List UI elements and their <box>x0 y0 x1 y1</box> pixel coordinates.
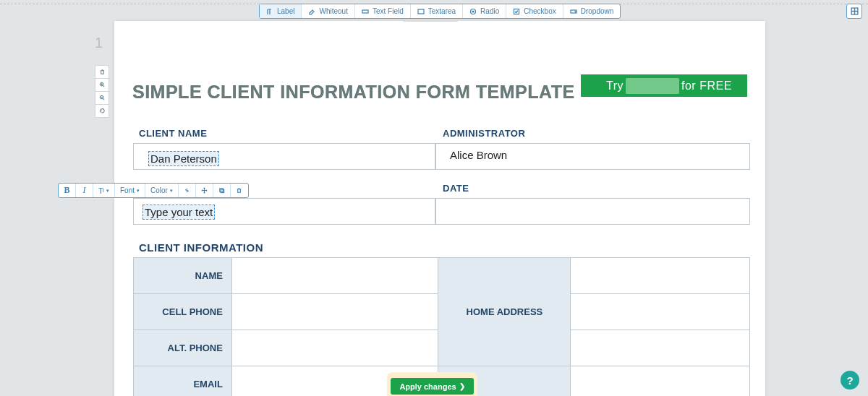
checkbox-icon <box>513 8 520 15</box>
zoom-in-button[interactable] <box>95 79 109 92</box>
text-format-toolbar: B I TI▾ Font▾ Color▾ <box>58 183 249 198</box>
table-row: NAME HOME ADDRESS <box>134 258 750 294</box>
home-cell-2[interactable] <box>571 294 750 330</box>
eraser-icon <box>308 8 315 15</box>
zoom-in-icon <box>99 82 106 88</box>
text-size-button[interactable]: TI▾ <box>93 184 115 197</box>
home-cell-3[interactable] <box>571 330 750 366</box>
move-button[interactable] <box>196 184 213 197</box>
svg-rect-9 <box>220 189 224 192</box>
element-toolbar: Label Whiteout Text Field Textarea Radio… <box>259 4 621 19</box>
zoom-out-button[interactable] <box>95 92 109 105</box>
grid-icon <box>851 7 859 15</box>
home-cell-4[interactable] <box>571 366 750 397</box>
help-icon: ? <box>846 374 853 387</box>
tool-textarea[interactable]: Textarea <box>411 4 463 18</box>
altphone-cell[interactable] <box>231 330 438 366</box>
cta-banner[interactable]: Try for FREE <box>581 74 747 97</box>
refresh-icon <box>99 108 106 114</box>
client-name-label: CLIENT NAME <box>139 128 207 139</box>
svg-rect-10 <box>221 189 224 193</box>
link-icon <box>184 187 190 194</box>
dropdown-icon <box>570 8 577 15</box>
client-name-editable[interactable]: Dan Peterson <box>148 151 219 166</box>
apply-changes-wrap: Apply changes ❯ <box>387 372 477 396</box>
tool-whiteout-text: Whiteout <box>319 7 347 15</box>
tool-whiteout[interactable]: Whiteout <box>302 4 354 18</box>
textarea-icon <box>417 8 425 15</box>
apply-label: Apply changes <box>399 382 456 391</box>
help-button[interactable]: ? <box>841 371 859 389</box>
tool-radio-text: Radio <box>480 7 499 15</box>
tool-label-text: Label <box>277 7 294 15</box>
row-header-cell: CELL PHONE <box>134 294 232 330</box>
row-header-home: HOME ADDRESS <box>438 258 571 366</box>
trash-icon <box>236 187 242 194</box>
page-title-overlay: SIMPLE CLIENT INFORMATION FORM TEMPLATE <box>132 82 575 103</box>
delete-element-button[interactable] <box>231 184 248 197</box>
tool-label[interactable]: Label <box>260 4 302 18</box>
date-label: DATE <box>443 183 469 194</box>
tool-checkbox[interactable]: Checkbox <box>506 4 563 18</box>
row-header-name: NAME <box>134 258 232 294</box>
color-button[interactable]: Color▾ <box>145 184 179 197</box>
copy-button[interactable] <box>213 184 231 197</box>
radio-icon <box>469 8 477 15</box>
textfield-icon <box>362 8 369 15</box>
tool-textfield[interactable]: Text Field <box>355 4 411 18</box>
tool-textarea-text: Textarea <box>428 7 456 15</box>
tool-checkbox-text: Checkbox <box>524 7 556 15</box>
svg-rect-1 <box>418 9 424 14</box>
tool-dropdown[interactable]: Dropdown <box>563 4 621 18</box>
administrator-value: Alice Brown <box>450 149 507 161</box>
row-header-email: EMAIL <box>134 366 232 397</box>
font-button[interactable]: Font▾ <box>115 184 145 197</box>
copy-icon <box>218 187 225 194</box>
row-header-alt: ALT. PHONE <box>134 330 232 366</box>
trash-icon <box>99 69 106 75</box>
italic-button[interactable]: I <box>76 184 93 197</box>
tool-dropdown-text: Dropdown <box>581 7 614 15</box>
cta-redacted <box>626 78 679 94</box>
home-cell-1[interactable] <box>571 258 750 294</box>
cta-prefix: Try <box>606 79 624 92</box>
tool-radio[interactable]: Radio <box>463 4 506 18</box>
label-icon <box>266 8 273 15</box>
date-field[interactable] <box>435 198 750 225</box>
delete-page-button[interactable] <box>95 66 109 79</box>
link-button[interactable] <box>179 184 196 197</box>
chevron-right-icon: ❯ <box>459 382 465 390</box>
active-text-editable[interactable]: Type your text <box>142 205 215 220</box>
page-number: 1 <box>95 35 103 51</box>
refresh-button[interactable] <box>95 105 109 118</box>
bold-button[interactable]: B <box>59 184 76 197</box>
apply-changes-button[interactable]: Apply changes ❯ <box>391 378 473 395</box>
svg-point-3 <box>472 11 474 12</box>
name-cell[interactable] <box>231 258 438 294</box>
client-info-heading: CLIENT INFORMATION <box>139 241 263 254</box>
move-icon <box>201 187 208 194</box>
cellphone-cell[interactable] <box>231 294 438 330</box>
svg-rect-0 <box>362 10 368 13</box>
cta-suffix: for FREE <box>681 79 732 92</box>
administrator-label: ADMINISTRATOR <box>443 128 525 139</box>
zoom-out-icon <box>99 95 106 101</box>
grid-toggle-button[interactable] <box>846 4 862 19</box>
page-side-tools <box>95 65 109 118</box>
tool-textfield-text: Text Field <box>373 7 404 15</box>
